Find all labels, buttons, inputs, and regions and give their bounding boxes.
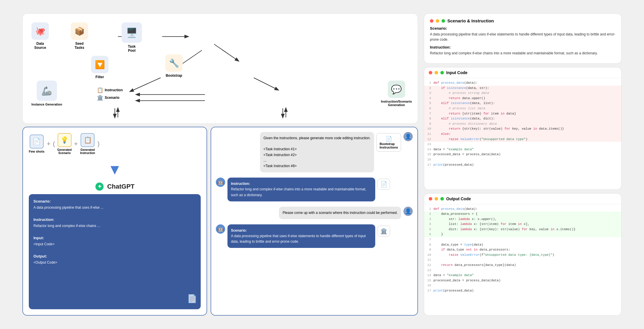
gen-instruction-label: GeneratedInstruction (80, 148, 95, 155)
chatgpt-icon: ✦ (95, 182, 104, 191)
dot-green-3 (440, 197, 444, 201)
scenario-instruction-header: Scenario & Instruction (430, 18, 615, 23)
node-instgen: 🦾 Instance Generation (31, 81, 62, 106)
user-avatar-1: 👤 (403, 132, 413, 141)
out-line-11: 11 (424, 258, 621, 263)
input-line-15: 15processed_data = process_data(data) (424, 152, 621, 157)
taskpool-label: Task Pool (128, 44, 136, 53)
close-paren: ) (97, 140, 99, 148)
chat-msg-3-bubble: Please come up with a scenario where thi… (279, 207, 401, 219)
input-line-13: 13 (424, 142, 621, 147)
dot-red-1 (430, 19, 433, 23)
bot-avatar-2: 🤖 (216, 224, 225, 234)
chat-msg-4-bubble: Scenario: A data processing pipeline tha… (227, 224, 375, 248)
output-code-title: Output Code (446, 196, 471, 201)
output-code-panel: Output Code 1def process_data(data): 2 d… (424, 193, 622, 316)
few-shots-item: 📄 Few shots (29, 135, 45, 153)
datasource-label: Data Source (34, 42, 46, 50)
dot-yellow-2 (435, 71, 438, 74)
out-line-2: 2 data_processors = { (424, 212, 621, 217)
svg-line-4 (130, 78, 161, 92)
output-code-content: 1def process_data(data): 2 data_processo… (424, 204, 621, 296)
few-shots-label: Few shots (29, 150, 45, 153)
input-line-1: 1def process_data(data): (424, 81, 621, 86)
scenario-label-right: Scenario: (430, 26, 615, 31)
node-taskpool: 🖥️ Task Pool (122, 22, 142, 53)
output-input: Input: <Input Code> (33, 235, 196, 247)
dot-green-2 (440, 71, 444, 74)
svg-text:✦: ✦ (97, 184, 102, 189)
node-filter: 🔽 Filter (91, 56, 108, 79)
output-code-header: Output Code (424, 194, 621, 204)
svg-line-5 (254, 78, 278, 90)
bootstrap-label: Bootstrap (166, 74, 182, 78)
instruction-label: 📋 Instruction (97, 87, 123, 93)
node-seedtasks: 📦 Seed Tasks (71, 22, 88, 50)
doc-icon: 📄 (187, 292, 197, 306)
input-code-header: Input Code (424, 67, 621, 78)
plus-sign-2: + (74, 140, 78, 148)
panel-right: Given the instructions, please generate … (211, 127, 418, 316)
input-code-content: 1def process_data(data): 2 if isinstance… (424, 78, 621, 170)
arch-badge: 🏛️ (378, 226, 390, 237)
input-line-12: 12 raise ValueError("Unsupported data ty… (424, 137, 621, 142)
chat-messages: Given the instructions, please generate … (211, 127, 417, 315)
chatgpt-label: ChatGPT (107, 183, 134, 190)
out-line-9: 9 if data_type not in data_processors: (424, 247, 621, 253)
input-code-panel: Input Code 1def process_data(data): 2 if… (424, 67, 622, 190)
chat-msg-1: Given the instructions, please generate … (216, 132, 413, 172)
icons-row: 📄 Few shots + ( 💡 GeneratedScenario + 📋 … (29, 133, 201, 155)
instgen-label: Instance Generation (31, 103, 62, 106)
seedtasks-label: Seed Tasks (74, 42, 84, 50)
out-line-3: 3 str: lambda x: x.upper(), (424, 217, 621, 222)
input-line-4: 4 return data.upper() (424, 96, 621, 101)
input-line-7: 7 return [str(item) for item in data] (424, 111, 621, 117)
scenario-text-right: A data processing pipeline that uses if-… (430, 32, 615, 42)
output-scenario-label: Scenario: A data processing pipeline tha… (33, 198, 196, 210)
out-line-1: 1def process_data(data): (424, 207, 621, 212)
scenario-label: 🏛️ Scenario (97, 94, 120, 101)
arrow-down: ▼ (29, 161, 201, 178)
plus-sign-1: + (47, 140, 51, 148)
open-paren: ( (53, 140, 55, 148)
dot-green-1 (442, 19, 445, 23)
input-code-title: Input Code (446, 70, 467, 75)
main-container: 🐙 Data Source 📦 Seed Tasks 🖥️ Task Pool … (17, 8, 627, 321)
instruction-label-right: Instruction: (430, 45, 615, 49)
instruction-text-right: Refactor long and complex if-else chains… (430, 51, 615, 56)
out-line-12: 12 return data_processors[data_type](dat… (424, 263, 621, 268)
input-line-3: 3 # process string data (424, 91, 621, 96)
output-output: Output: <Output Code> (33, 253, 196, 265)
user-avatar-2: 👤 (403, 207, 413, 216)
left-section: 🐙 Data Source 📦 Seed Tasks 🖥️ Task Pool … (22, 13, 418, 316)
output-instruction: Instruction: Refactor long and complex i… (33, 217, 196, 229)
dot-red-3 (429, 197, 432, 201)
inscengen-label: Instruction/ScenarioGeneration (381, 100, 412, 107)
chat-msg-3: Please come up with a scenario where thi… (216, 207, 413, 219)
dot-yellow-3 (435, 197, 438, 201)
out-line-14: 14data = "example data" (424, 273, 621, 278)
chat-msg-1-bubble: Given the instructions, please generate … (260, 132, 374, 172)
out-line-13: 13 (424, 268, 621, 273)
out-line-7: 7 (424, 237, 621, 242)
panel-left: 📄 Few shots + ( 💡 GeneratedScenario + 📋 … (22, 127, 207, 316)
out-line-16: 16 (424, 283, 621, 288)
chat-msg-2-bubble: Instruction: Refactor long and complex i… (227, 178, 375, 201)
input-line-11: 11 else: (424, 132, 621, 137)
out-line-8: 8 data_type = type(data) (424, 242, 621, 248)
bootstrap-badge: 📄 BootstrapInstructions (376, 133, 401, 152)
input-line-5: 5 elif isinstance(data, list): (424, 101, 621, 106)
flow-diagram: 🐙 Data Source 📦 Seed Tasks 🖥️ Task Pool … (22, 13, 418, 124)
out-line-17: 17print(processed_data) (424, 288, 621, 294)
chatgpt-row: ✦ ChatGPT (29, 182, 201, 191)
input-line-16: 16 (424, 157, 621, 162)
input-line-17: 17print(processed_data) (424, 162, 621, 168)
bottom-panels: 📄 Few shots + ( 💡 GeneratedScenario + 📋 … (22, 127, 418, 316)
gen-instruction-item: 📋 GeneratedInstruction (80, 133, 95, 155)
out-line-4: 4 list: lambda x: [str(item) for item in… (424, 222, 621, 227)
out-line-10: 10 raise ValueError(f"Unsupported data t… (424, 253, 621, 258)
out-line-5: 5 dict: lambda x: {str(key): str(value) … (424, 227, 621, 232)
input-line-10: 10 return {str(key): str(value) for key,… (424, 126, 621, 132)
node-inscengen: 💬 Instruction/ScenarioGeneration (381, 81, 412, 107)
filter-label: Filter (95, 75, 104, 79)
